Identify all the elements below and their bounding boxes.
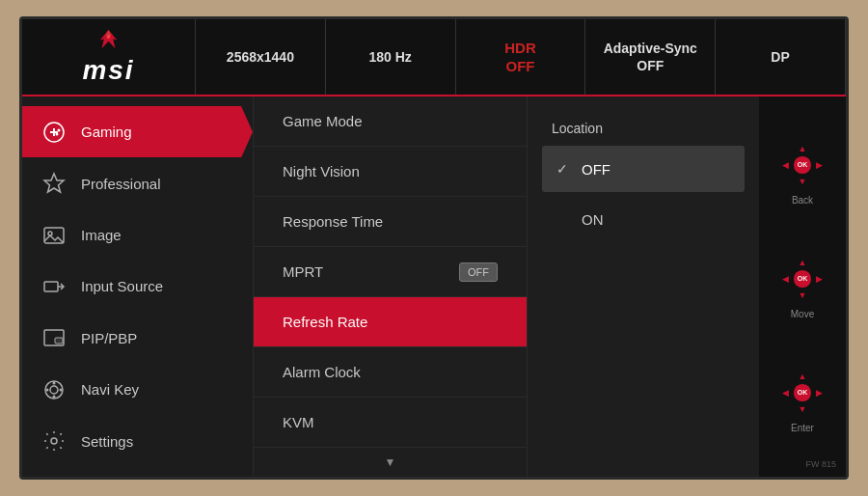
svg-rect-11: [44, 282, 58, 291]
move-label: Move: [791, 309, 814, 319]
sidebar-item-gaming[interactable]: Gaming: [22, 106, 253, 157]
dp-display: DP: [716, 19, 846, 95]
adaptive-sync-display: Adaptive-SyncOFF: [585, 19, 716, 95]
dpad-left-arrow: ◀: [782, 160, 789, 170]
logo-section: msi: [22, 19, 196, 95]
svg-point-17: [53, 381, 56, 384]
main-content: Gaming Professional: [22, 96, 846, 477]
mprt-label: MPRT: [283, 263, 323, 280]
sidebar-item-professional[interactable]: Professional: [22, 157, 253, 208]
sidebar-gaming-label: Gaming: [81, 124, 132, 140]
resolution-display: 2568x1440: [196, 19, 326, 95]
svg-point-19: [46, 388, 49, 391]
svg-marker-8: [44, 174, 64, 192]
enter-label: Enter: [791, 423, 814, 433]
menu-item-alarm-clock[interactable]: Alarm Clock: [254, 347, 527, 398]
enter-dpad-center: OK: [794, 384, 810, 400]
gaming-icon: [41, 120, 67, 145]
menu-item-kvm[interactable]: KVM: [254, 398, 527, 448]
dpad-right-arrow: ▶: [816, 160, 823, 170]
fw-version: FW 815: [805, 459, 836, 469]
middle-panel: Game Mode Night Vision Response Time MPR…: [254, 96, 528, 477]
location-off-label: OFF: [582, 161, 610, 178]
sidebar-item-pip-pbp[interactable]: PIP/PBP: [22, 313, 253, 364]
controls-panel: ▲ ◀ OK ▶ ▼ Back ▲ ◀ OK ▶ ▼ Move: [759, 96, 846, 477]
msi-logo-text: msi: [82, 55, 134, 86]
scroll-down-arrow[interactable]: ▼: [254, 448, 527, 477]
sidebar-input-label: Input Source: [81, 278, 163, 294]
location-option-off[interactable]: ✓ OFF: [542, 146, 745, 192]
back-dpad: ▲ ◀ OK ▶ ▼: [777, 140, 827, 190]
move-control[interactable]: ▲ ◀ OK ▶ ▼ Move: [777, 254, 827, 319]
enter-dpad-down: ▼: [799, 404, 807, 414]
mprt-toggle[interactable]: OFF: [459, 262, 498, 282]
svg-point-21: [51, 438, 57, 444]
alarm-clock-label: Alarm Clock: [283, 364, 361, 380]
settings-icon: [41, 428, 67, 454]
location-on-label: ON: [582, 211, 604, 228]
menu-item-mprt[interactable]: MPRT OFF: [254, 247, 527, 297]
menu-item-night-vision[interactable]: Night Vision: [254, 147, 527, 197]
move-dpad-left: ◀: [782, 274, 789, 284]
checkmark-icon: ✓: [556, 161, 572, 177]
refresh-rate-label: Refresh Rate: [283, 314, 367, 330]
enter-dpad-right: ▶: [816, 388, 823, 398]
svg-point-16: [50, 386, 58, 394]
game-mode-label: Game Mode: [283, 113, 363, 129]
sidebar-professional-label: Professional: [81, 176, 161, 192]
back-control[interactable]: ▲ ◀ OK ▶ ▼ Back: [777, 140, 827, 206]
enter-dpad-up: ▲: [799, 372, 807, 381]
sidebar-settings-label: Settings: [81, 433, 133, 450]
location-option-on[interactable]: ON: [542, 196, 745, 242]
top-info-bar: 2568x1440 180 Hz HDROFF Adaptive-SyncOFF…: [196, 19, 846, 95]
sidebar-item-input-source[interactable]: Input Source: [22, 261, 253, 312]
enter-dpad: ▲ ◀ OK ▶ ▼: [777, 368, 827, 418]
msi-dragon-icon: [92, 28, 125, 55]
input-source-icon: [41, 274, 67, 299]
menu-item-game-mode[interactable]: Game Mode: [254, 96, 527, 147]
dpad-down-arrow: ▼: [799, 177, 807, 186]
svg-point-18: [53, 395, 56, 398]
svg-point-2: [107, 35, 111, 39]
back-label: Back: [792, 195, 813, 206]
svg-point-6: [58, 128, 61, 131]
sidebar: Gaming Professional: [22, 96, 254, 477]
right-panel: Location ✓ OFF ON: [528, 96, 759, 477]
monitor-frame: msi 2568x1440 180 Hz HDROFF Adaptive-Syn…: [19, 16, 849, 480]
enter-control[interactable]: ▲ ◀ OK ▶ ▼ Enter: [777, 368, 827, 433]
kvm-label: KVM: [283, 414, 314, 430]
move-dpad-center: OK: [794, 270, 810, 287]
sidebar-item-settings[interactable]: Settings: [22, 416, 253, 467]
svg-rect-5: [53, 128, 55, 136]
move-dpad: ▲ ◀ OK ▶ ▼: [777, 254, 827, 304]
response-time-label: Response Time: [283, 213, 383, 230]
svg-point-7: [56, 132, 59, 135]
pip-pbp-icon: [41, 325, 67, 350]
move-dpad-down: ▼: [799, 290, 807, 300]
logo: msi: [82, 28, 134, 86]
dpad-up-arrow: ▲: [799, 144, 807, 153]
move-dpad-up: ▲: [799, 258, 807, 267]
refresh-rate-display: 180 Hz: [326, 19, 456, 95]
svg-rect-14: [55, 338, 63, 344]
hdr-display: HDROFF: [456, 19, 586, 95]
move-dpad-right: ▶: [816, 274, 823, 284]
location-title: Location: [542, 106, 745, 146]
dpad-ok-center: OK: [794, 156, 810, 173]
enter-dpad-left: ◀: [782, 388, 789, 398]
sidebar-item-navi-key[interactable]: Navi Key: [22, 364, 253, 415]
menu-item-refresh-rate[interactable]: Refresh Rate: [254, 297, 527, 347]
sidebar-item-image[interactable]: Image: [22, 209, 253, 261]
top-bar: msi 2568x1440 180 Hz HDROFF Adaptive-Syn…: [22, 19, 846, 96]
professional-icon: [41, 171, 67, 196]
svg-point-20: [60, 388, 63, 391]
navi-key-icon: [41, 377, 67, 402]
sidebar-image-label: Image: [81, 227, 122, 243]
night-vision-label: Night Vision: [283, 163, 360, 179]
sidebar-pip-label: PIP/PBP: [81, 330, 137, 346]
sidebar-navi-label: Navi Key: [81, 381, 139, 398]
menu-item-response-time[interactable]: Response Time: [254, 197, 527, 247]
image-icon: [41, 223, 67, 248]
